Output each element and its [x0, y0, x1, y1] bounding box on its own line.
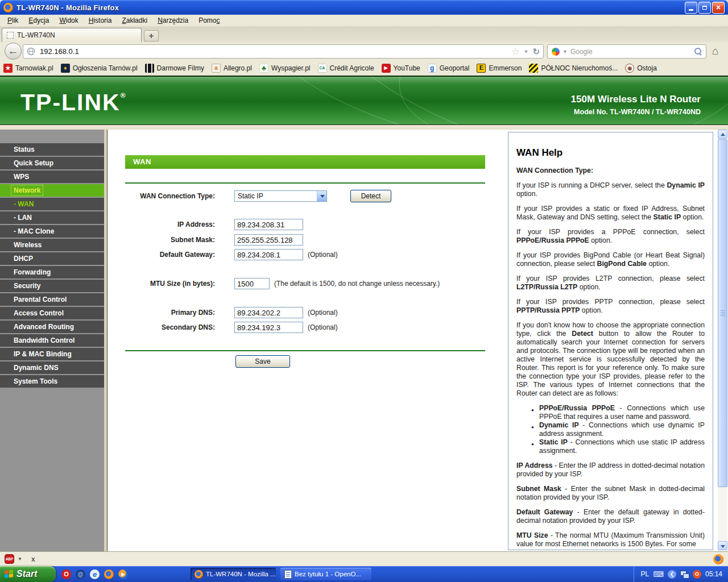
help-bullet: Dynamic IP - Connections which use dynam… [539, 421, 705, 438]
divider [125, 182, 485, 184]
opera-icon[interactable]: O [61, 569, 71, 579]
bookmark-label: Crédit Agricole [330, 64, 374, 72]
task-button-label: TL-WR740N - Mozilla ... [206, 571, 276, 577]
bookmark-wyspagier-pl[interactable]: ♣Wyspagier.pl [259, 64, 311, 73]
sidebar-item-label: IP & MAC Binding [14, 350, 72, 358]
sidebar-item-ip-mac-binding[interactable]: IP & MAC Binding [0, 348, 104, 360]
sidebar-item-system-tools[interactable]: System Tools [0, 375, 104, 388]
default-gateway-field[interactable] [234, 249, 303, 260]
minimize-button[interactable] [685, 2, 697, 14]
menu-historia[interactable]: Historia [84, 15, 117, 26]
restore-button[interactable] [698, 2, 711, 14]
home-icon[interactable]: ⌂ [712, 45, 718, 57]
film-strip-icon [145, 64, 154, 73]
network-tray-icon[interactable] [680, 571, 689, 578]
sidebar-item-wireless[interactable]: Wireless [0, 239, 104, 251]
menu-edycja[interactable]: Edycja [23, 15, 54, 26]
select-arrow-icon[interactable] [317, 191, 326, 201]
keyboard-icon[interactable]: ⌨ [653, 570, 664, 579]
sidebar-item-parental-control[interactable]: Parental Control [0, 293, 104, 306]
opera-tray-icon[interactable]: O [693, 570, 701, 579]
sidebar-item-forwarding[interactable]: Forwarding [0, 266, 104, 278]
wan-type-select[interactable]: Static IP [234, 190, 327, 202]
language-indicator[interactable]: PL [641, 570, 650, 578]
sidebar-item-access-control[interactable]: Access Control [0, 307, 104, 319]
sidebar-item-label: - WAN [14, 200, 34, 208]
sidebar-item-dynamic-dns[interactable]: Dynamic DNS [0, 361, 104, 374]
scrollbar-thumb[interactable] [718, 139, 727, 487]
bookmark-allegro-pl[interactable]: aAllegro.pl [212, 64, 252, 73]
dropdown-arrow-icon[interactable]: ▼ [524, 49, 529, 55]
reload-icon[interactable]: ↻ [532, 47, 540, 57]
hide-icons-chevron-icon[interactable]: ❮ [668, 570, 676, 579]
primary-dns-label: Primary DNS: [125, 309, 215, 317]
globe-g-icon: g [428, 64, 437, 73]
search-icon[interactable] [694, 48, 702, 55]
bookmark-emmerson[interactable]: EEmmerson [477, 64, 522, 73]
sidebar-item-advanced-routing[interactable]: Advanced Routing [0, 321, 104, 333]
bookmark-label: Wyspagier.pl [271, 64, 311, 72]
bookmark-cr-dit-agricole[interactable]: CACrédit Agricole [318, 64, 374, 73]
bookmark-darmowe-filmy[interactable]: Darmowe Filmy [145, 64, 204, 73]
bookmark-geoportal[interactable]: gGeoportal [428, 64, 470, 73]
detect-button[interactable]: Detect [350, 190, 391, 202]
sidebar-item-bandwidth-control[interactable]: Bandwidth Control [0, 334, 104, 347]
url-bar[interactable]: 192.168.0.1 ☆ ▼ ↻ [23, 44, 544, 59]
sidebar-item-security[interactable]: Security [0, 280, 104, 292]
primary-dns-field[interactable] [234, 307, 303, 318]
mtu-size-field[interactable] [234, 278, 270, 289]
scroll-up-icon[interactable] [718, 130, 727, 139]
addon-bar-close-icon[interactable]: x [31, 555, 35, 563]
bookmark-ostoja[interactable]: ◉Ostoja [625, 64, 657, 73]
sidebar-item-quick-setup[interactable]: Quick Setup [0, 157, 104, 169]
tab-tl-wr740n[interactable]: TL-WR740N [2, 28, 142, 42]
sidebar-item-wan[interactable]: - WAN [0, 198, 104, 210]
sidebar-item-mac-clone[interactable]: - MAC Clone [0, 225, 104, 238]
search-engine-dropdown-icon[interactable]: ▼ [562, 49, 568, 55]
menu-zak-adki[interactable]: Zakładki [117, 15, 152, 26]
stripes-icon [529, 64, 538, 73]
ie-shortcut-icon[interactable]: @ [76, 569, 85, 579]
close-button[interactable]: ✕ [712, 2, 725, 14]
media-player-icon[interactable]: ▶ [118, 569, 128, 579]
menu-pomoc[interactable]: Pomoc [193, 15, 225, 26]
taskbar-button-tl-wr740n-mozilla[interactable]: TL-WR740N - Mozilla ... [191, 568, 276, 580]
addon-bar: ABP ▼ x [0, 551, 728, 566]
subnet-mask-field[interactable] [234, 234, 303, 246]
bookmark-label: YouTube [394, 64, 420, 72]
help-paragraph: If your ISP provides PPTP connection, pl… [516, 298, 705, 315]
menu-plik[interactable]: Plik [2, 15, 23, 26]
taskbar-button-bez-tytu-u-1-openo[interactable]: Bez tytułu 1 - OpenO... [280, 568, 371, 580]
sidebar-item-dhcp[interactable]: DHCP [0, 252, 104, 265]
search-placeholder[interactable]: Google [570, 48, 692, 56]
bookmark-p-noc-nieruchomo[interactable]: PÓŁNOC Nieruchomoś... [529, 64, 618, 73]
windows-flag-icon [5, 569, 14, 579]
adblock-plus-icon[interactable]: ABP [5, 554, 14, 564]
scroll-down-icon[interactable] [718, 541, 727, 550]
url-text[interactable]: 192.168.0.1 [40, 47, 511, 56]
firefox-icon[interactable] [104, 569, 114, 579]
sidebar-item-network[interactable]: Network [0, 184, 104, 197]
secondary-dns-field[interactable] [234, 322, 303, 333]
back-button[interactable]: ← [5, 43, 22, 60]
bookmark-youtube[interactable]: ▶YouTube [382, 64, 420, 73]
bookmark-tarnowiak-pl[interactable]: ★Tarnowiak.pl [3, 64, 53, 73]
menu-bar-items: PlikEdycjaWidokHistoriaZakładkiNarzędzia… [2, 15, 225, 26]
sidebar-item-lan[interactable]: - LAN [0, 211, 104, 224]
sidebar-item-label: DHCP [14, 255, 33, 263]
sidebar-item-status[interactable]: Status [0, 143, 104, 156]
new-tab-button[interactable]: + [144, 30, 159, 41]
start-button[interactable]: Start [0, 566, 56, 582]
ip-address-field[interactable] [234, 219, 303, 230]
bookmark-star-icon[interactable]: ☆ [511, 46, 519, 57]
bookmark-og-oszenia-tarn-w-pl[interactable]: ♦Ogłoszenia Tarnów.pl [61, 64, 138, 73]
menu-widok[interactable]: Widok [54, 15, 83, 26]
internet-explorer-icon[interactable]: e [90, 569, 100, 579]
bookmark-label: Geoportal [440, 64, 470, 72]
save-button[interactable]: Save [235, 355, 290, 368]
sidebar-item-wps[interactable]: WPS [0, 171, 104, 183]
search-box[interactable]: ▼ Google [547, 44, 706, 59]
vertical-scrollbar[interactable] [718, 130, 727, 551]
adblock-dropdown-icon[interactable]: ▼ [18, 556, 22, 562]
menu-narz-dzia[interactable]: Narzędzia [152, 15, 193, 26]
